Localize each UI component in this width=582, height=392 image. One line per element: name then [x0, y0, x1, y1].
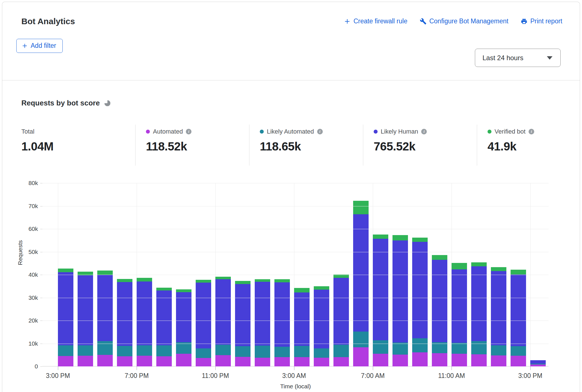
y-tick-label: 0: [21, 363, 38, 370]
add-filter-button[interactable]: Add filter: [16, 39, 63, 53]
bar-segment-likely-automated: [235, 346, 251, 357]
stat-label: Likely Automatedi: [260, 127, 363, 136]
stat-label-text: Likely Human: [381, 128, 418, 135]
h-gridline: [42, 183, 549, 183]
x-tick-mark: [58, 366, 58, 370]
bar-segment-automated: [274, 357, 290, 366]
bar-segment-verified-bot: [314, 286, 329, 290]
print-report-link[interactable]: Print report: [521, 17, 562, 25]
stat-likely-human: Likely Humani765.52k: [363, 125, 477, 166]
bar-segment-likely-automated: [412, 338, 428, 353]
y-tick-label: 60k: [21, 226, 38, 232]
header: Bot Analytics Create firewall rule Confi…: [2, 2, 580, 80]
x-tick-label: 3:00 AM: [269, 372, 319, 380]
bar-segment-automated: [432, 353, 447, 366]
bar-segment-verified-bot: [471, 262, 487, 266]
bar-segment-likely-human: [58, 272, 73, 345]
stat-value: 1.04M: [21, 140, 135, 153]
bar-segment-automated: [196, 358, 211, 366]
add-filter-label: Add filter: [31, 42, 56, 49]
page-title: Bot Analytics: [21, 17, 75, 26]
chevron-down-icon: [547, 56, 552, 60]
x-tick-label: 7:00 AM: [348, 372, 398, 380]
bar-segment-verified-bot: [215, 277, 231, 280]
time-range-dropdown[interactable]: Last 24 hours: [475, 49, 561, 67]
bar-segment-automated: [58, 356, 73, 366]
bar-segment-likely-automated: [353, 332, 369, 347]
bar-segment-verified-bot: [196, 280, 211, 283]
stat-label: Likely Humani: [374, 127, 477, 136]
bar-segment-verified-bot: [58, 269, 73, 272]
bar-segment-likely-automated: [58, 345, 73, 356]
x-tick-mark: [137, 366, 137, 370]
stat-value: 118.52k: [146, 140, 249, 153]
bar-segment-verified-bot: [274, 279, 290, 282]
bar-segment-likely-automated: [137, 345, 152, 356]
bar-segment-likely-human: [353, 214, 369, 332]
bar-segment-likely-human: [255, 282, 270, 346]
stat-verified-bot: Verified boti41.9k: [477, 125, 582, 166]
bar-segment-likely-human: [235, 284, 251, 346]
plus-icon: [22, 43, 28, 49]
bar-segment-likely-automated: [511, 346, 526, 355]
stat-label: Verified boti: [488, 127, 582, 136]
info-icon[interactable]: i: [529, 129, 534, 134]
bar-segment-likely-human: [196, 283, 211, 349]
x-tick-mark: [215, 366, 216, 370]
bar-segment-verified-bot: [491, 267, 506, 271]
h-gridline: [42, 252, 549, 252]
bar-segment-automated: [137, 356, 152, 366]
x-tick-mark: [373, 366, 373, 370]
print-report-label: Print report: [530, 17, 562, 25]
bar-segment-likely-automated: [196, 348, 211, 358]
info-icon[interactable]: i: [186, 129, 191, 134]
configure-bot-management-link[interactable]: Configure Bot Management: [420, 17, 508, 25]
stat-likely-automated: Likely Automatedi118.65k: [249, 125, 363, 166]
bar-segment-likely-human: [176, 292, 191, 342]
info-icon[interactable]: i: [317, 129, 323, 134]
y-tick-mark: [40, 366, 42, 367]
section-title: Requests by bot score: [21, 99, 100, 107]
bar-segment-likely-human: [137, 281, 152, 345]
legend-dot: [374, 130, 378, 134]
y-tick-mark: [40, 298, 42, 298]
bar-segment-likely-human: [156, 290, 172, 345]
bar-segment-automated: [452, 354, 467, 366]
wrench-icon: [420, 18, 427, 25]
bar-segment-automated: [235, 357, 251, 366]
x-tick-label: 11:00 PM: [190, 372, 241, 380]
bar-segment-verified-bot: [511, 270, 526, 274]
bar-segment-automated: [373, 354, 388, 366]
stats-row: Total1.04MAutomatedi118.52kLikely Automa…: [21, 125, 582, 166]
y-tick-label: 30k: [21, 294, 38, 301]
bar-segment-likely-human: [491, 271, 506, 345]
bar-segment-verified-bot: [373, 235, 388, 239]
bar-segment-verified-bot: [117, 279, 132, 282]
legend-dot: [488, 130, 491, 134]
bar-segment-likely-automated: [392, 343, 408, 354]
bar-segment-verified-bot: [452, 263, 467, 269]
bar-segment-automated: [412, 352, 428, 366]
chart-plot-area: 010k20k30k40k50k60k70k80k3:00 PM7:00 PM1…: [42, 183, 549, 366]
bar-segment-automated: [215, 355, 231, 366]
bar-segment-likely-human: [215, 279, 231, 344]
time-range-value: Last 24 hours: [482, 54, 523, 62]
bar-segment-automated: [392, 355, 408, 366]
stat-value: 118.65k: [260, 140, 363, 153]
bar-segment-automated: [117, 356, 132, 366]
configure-bot-management-label: Configure Bot Management: [429, 17, 508, 25]
bar-segment-verified-bot: [137, 278, 152, 281]
y-tick-mark: [40, 275, 42, 275]
bar-segment-likely-automated: [117, 346, 132, 356]
bar-segment-verified-bot: [392, 235, 408, 240]
y-tick-label: 40k: [21, 271, 38, 278]
info-icon[interactable]: i: [421, 129, 427, 134]
y-tick-mark: [40, 344, 42, 344]
bar-segment-verified-bot: [156, 288, 172, 291]
create-firewall-rule-link[interactable]: Create firewall rule: [344, 17, 407, 25]
bar-segment-likely-automated: [333, 345, 349, 357]
bar-segment-automated: [156, 356, 172, 366]
stat-label-text: Likely Automated: [267, 128, 314, 135]
bar-segment-automated: [333, 357, 349, 366]
bar-segment-verified-bot: [176, 289, 191, 292]
